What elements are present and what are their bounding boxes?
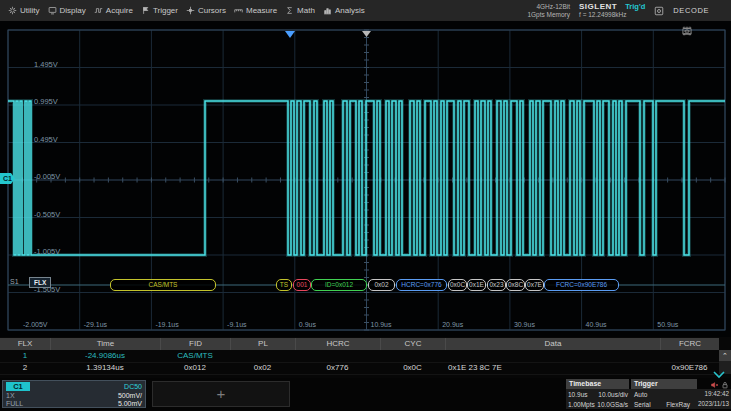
status-cluster: 4GHz-12Bit 1Gpts Memory SIGLENT Trig'd f… — [527, 2, 727, 20]
add-channel-button[interactable]: + — [152, 381, 290, 407]
table-cell: 0x02 — [230, 362, 295, 374]
math-icon — [285, 6, 294, 15]
trigger-type: Serial — [634, 401, 651, 408]
time-axis-label: 40.9us — [586, 320, 607, 329]
system-date: 2023/11/13 — [687, 399, 729, 409]
chevron-down-icon — [711, 370, 727, 380]
decode-list-table: FLXTimeFIDPLHCRCCYCDataFCRC 1-24.9086usC… — [0, 337, 731, 378]
timebase-panel-header[interactable]: Timebase — [566, 379, 629, 389]
timebase-panel[interactable]: 10.9us 10.0us/div 1.00Mpts 10.0GSa/s — [566, 389, 630, 409]
frequency-counter: f = 12.24998kHz — [579, 11, 645, 19]
storage-disk-icon[interactable] — [654, 2, 664, 20]
voltage-axis-label: 0.995V — [34, 97, 58, 106]
system-status-icons — [699, 379, 729, 389]
channel1-badge: C1 — [6, 382, 30, 391]
menu-item-trigger[interactable]: Trigger — [137, 0, 182, 21]
table-cell: 2 — [0, 362, 50, 374]
table-cell: 1 — [0, 350, 50, 362]
table-header-fid: FID — [160, 338, 230, 350]
decode-bubble: 0x1E — [467, 279, 486, 291]
waveform-display-area: 1.495V0.995V0.495V-0.005V-0.505V-1.005V-… — [0, 21, 731, 337]
menu-item-utility[interactable]: Utility — [4, 0, 44, 21]
time-axis-label: -29.1us — [84, 320, 107, 329]
voltage-axis-label: -0.005V — [34, 172, 60, 181]
decode-bubble: FCRC=0x90E786 — [544, 279, 619, 291]
decode-bubble: 0x02 — [368, 279, 395, 291]
menu-item-label: Acquire — [106, 6, 133, 15]
table-cell: 0x0C — [380, 362, 445, 374]
menu-item-label: Math — [297, 6, 315, 15]
table-header-hcrc: HCRC — [295, 338, 380, 350]
voltage-axis-label: -1.005V — [34, 247, 60, 256]
decode-table-row[interactable]: 21.39134us0x0120x020x7760x0C0x1E 23 8C 7… — [0, 362, 719, 375]
decode-bubble: CAS/MTS — [110, 279, 216, 291]
channel1-bandwidth: FULL — [6, 400, 23, 407]
menu-item-measure[interactable]: Measure — [230, 0, 281, 21]
time-axis-label: 30.9us — [514, 320, 535, 329]
menu-item-label: Trigger — [153, 6, 178, 15]
table-cell — [445, 350, 660, 362]
menu-item-label: Display — [60, 6, 86, 15]
time-axis-label: -19.1us — [155, 320, 178, 329]
channel1-descriptor-box[interactable]: C1 DC50 1X 500mV/ FULL 5.00mV — [2, 380, 146, 408]
gear-icon — [8, 6, 17, 15]
trigger-status-badge: Trig'd — [625, 2, 645, 11]
trigger-mode: Auto — [634, 391, 647, 398]
table-cell — [660, 350, 719, 362]
menu-item-display[interactable]: Display — [44, 0, 90, 21]
table-header-cyc: CYC — [380, 338, 445, 350]
time-axis-label: 0.9us — [299, 320, 316, 329]
table-cell: CAS/MTS — [160, 350, 230, 362]
display-icon — [48, 6, 57, 15]
datetime-panel: 19:42:42 2023/11/13 — [687, 389, 729, 409]
storage-disk-icon — [654, 6, 664, 16]
timebase-scale: 10.0us/div — [598, 391, 628, 398]
decode-menu-button[interactable]: DECODE — [673, 6, 727, 15]
trigger-panel[interactable]: Auto Serial FlexRay — [632, 389, 692, 409]
menu-item-acquire[interactable]: Acquire — [90, 0, 137, 21]
measure-icon — [234, 6, 243, 15]
trigger-panel-header[interactable]: Trigger — [631, 379, 697, 389]
menu-bar: UtilityDisplayAcquireTriggerCursorsMeasu… — [0, 0, 731, 21]
decode-protocol-badge: FLX — [29, 277, 51, 288]
acquire-points: 1.00Mpts — [568, 401, 595, 408]
scroll-up-icon[interactable]: ⌃ — [719, 350, 731, 361]
table-cell: -24.9086us — [50, 350, 160, 362]
oscilloscope-screen: UtilityDisplayAcquireTriggerCursorsMeasu… — [0, 0, 731, 411]
menu-item-cursors[interactable]: Cursors — [182, 0, 230, 21]
table-header-fcrc: FCRC — [660, 338, 719, 350]
table-cell: 0x776 — [295, 362, 380, 374]
cursors-icon — [186, 6, 195, 15]
trigger-flag-icon — [141, 6, 150, 15]
time-axis-label: 20.9us — [442, 320, 463, 329]
channel1-attenuation: 1X — [6, 392, 15, 399]
expand-icon — [682, 26, 692, 36]
decode-bubble: TS — [276, 279, 292, 291]
time-axis-label: 50.9us — [657, 320, 678, 329]
acquisition-info: 4GHz-12Bit 1Gpts Memory — [527, 3, 570, 19]
bottom-bar: C1 DC50 1X 500mV/ FULL 5.00mV + Timebase… — [0, 378, 731, 411]
table-header-data: Data — [445, 338, 660, 350]
decode-bubble: HCRC=0x776 — [396, 279, 447, 291]
menu-item-analysis[interactable]: Analysis — [319, 0, 369, 21]
voltage-axis-label: 0.495V — [34, 135, 58, 144]
table-header-flx: FLX — [0, 338, 50, 350]
table-cell — [380, 350, 445, 362]
menu-item-math[interactable]: Math — [281, 0, 319, 21]
menu-item-label: Analysis — [335, 6, 365, 15]
memory-depth-label: 1Gpts Memory — [527, 11, 570, 19]
table-header-pl: PL — [230, 338, 295, 350]
table-header-time: Time — [50, 338, 160, 350]
timebase-delay: 10.9us — [568, 391, 588, 398]
collapse-menu-chevron[interactable] — [711, 366, 727, 376]
time-axis-label: -9.1us — [227, 320, 246, 329]
decode-source-label: S1 — [10, 278, 19, 285]
table-cell — [295, 350, 380, 362]
decode-bubble: 0x0C — [448, 279, 467, 291]
graticule-and-waveform — [0, 21, 731, 337]
decode-bubble: 0x8C — [506, 279, 525, 291]
lock-icon — [721, 381, 729, 389]
channel1-coupling: DC50 — [124, 383, 142, 390]
system-time: 19:42:42 — [687, 389, 729, 399]
table-cell: 1.39134us — [50, 362, 160, 374]
